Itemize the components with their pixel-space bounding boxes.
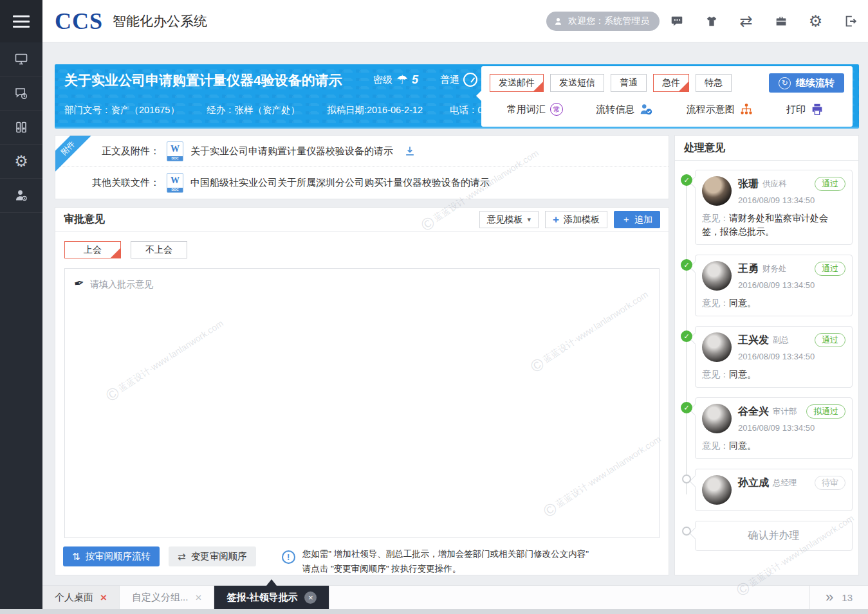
flow-info-label: 流转信息 [596, 104, 634, 116]
approval-comment: 意见：请财务处和监察审计处会签，报徐总批示。 [702, 212, 845, 239]
app-window: CCS 智能化办公系统 欢迎您：系统管理员 ⇄ ⚙ [0, 0, 868, 614]
approver-name: 孙立成 [738, 476, 769, 490]
attachment-row-main: 正文及附件： W 关于实业公司申请购置计量仪器校验设备的请示 [55, 136, 669, 167]
print-tool[interactable]: 打印 [786, 102, 824, 116]
message-icon[interactable] [669, 14, 684, 29]
status-badge: 拟通过 [806, 404, 845, 419]
status-badge: 通过 [815, 333, 845, 347]
close-icon[interactable]: × [195, 592, 201, 603]
approval-card: 审批意见 意见模板 ▾ + 添加模板 ＋ 追加 上会 不上会 [55, 207, 669, 575]
approval-date: 2016/08/09 13:34:50 [738, 280, 845, 290]
opinion-card[interactable]: 张珊 供应科 通过 2016/08/09 13:34:50 意见：请财务处和监察… [695, 170, 853, 245]
bottom-strip [0, 609, 868, 614]
plus-icon: + [553, 213, 559, 226]
sidebar-item-tools[interactable]: ⚙ [0, 145, 42, 179]
continue-flow-button[interactable]: ↻ 继续流转 [769, 73, 844, 93]
info-line2: 请点击 "变更审阅顺序" 按执行变更操作。 [302, 561, 589, 576]
check-circle-icon: ✓ [681, 402, 692, 413]
priority-extra-urgent-button[interactable]: 特急 [696, 74, 732, 92]
opinion-card[interactable]: 谷全兴 审计部 拟通过 2016/08/09 13:34:50 意见：同意。 [695, 397, 853, 459]
approval-comment: 意见：同意。 [702, 368, 845, 381]
opinion-card[interactable]: 孙立成 总经理 待审 [695, 469, 853, 511]
send-mail-label: 发送邮件 [499, 77, 535, 89]
status-badge: 通过 [815, 262, 845, 276]
send-sms-button[interactable]: 发送短信 [550, 74, 604, 92]
opinion-template-dropdown[interactable]: 意见模板 ▾ [479, 211, 539, 228]
word-doc-icon[interactable]: W [167, 173, 183, 193]
umbrella-icon: ☂ [396, 72, 408, 87]
download-icon[interactable] [403, 145, 416, 158]
switch-icon[interactable]: ⇄ [739, 14, 753, 29]
menu-icon[interactable] [0, 0, 42, 42]
continue-flow-label: 继续流转 [796, 77, 835, 89]
briefcase-icon[interactable] [773, 14, 788, 29]
meeting-yes-button[interactable]: 上会 [64, 241, 121, 258]
opinion-item: ✓ 谷全兴 审计部 拟通过 2016/08/09 13:34:50 [695, 397, 853, 459]
close-icon[interactable]: × [304, 591, 317, 604]
priority-extra-urgent-label: 特急 [705, 77, 723, 89]
attachment-label: 正文及附件： [81, 145, 160, 158]
chevron-double-right-icon[interactable]: » [826, 590, 833, 604]
tab-sign-report[interactable]: 签报-社领导批示 × [214, 586, 329, 609]
theme-icon[interactable] [704, 14, 719, 29]
status-badge: 通过 [815, 177, 845, 191]
tab-label: 自定义分组... [132, 591, 189, 604]
flow-by-order-button[interactable]: ⇅ 按审阅顺序流转 [63, 546, 160, 566]
settings-icon[interactable]: ⚙ [808, 14, 823, 29]
tab-custom-group[interactable]: 自定义分组... × [120, 586, 214, 609]
tab-label: 签报-社领导批示 [226, 591, 297, 604]
append-label: 追加 [634, 214, 652, 226]
opinion-card[interactable]: 王勇 财务处 通过 2016/08/09 13:34:50 意见：同意。 [695, 255, 853, 316]
approver-name: 谷全兴 [738, 405, 769, 419]
person-check-icon [639, 102, 653, 116]
check-circle-icon: ✓ [681, 330, 692, 342]
flow-info-tool[interactable]: 流转信息 [596, 102, 653, 116]
opinion-card[interactable]: 王兴发 副总 通过 2016/08/09 13:34:50 意见：同意。 [695, 326, 853, 388]
approver-name: 王兴发 [738, 334, 769, 347]
avatar [702, 404, 732, 433]
logout-icon[interactable] [843, 14, 858, 29]
final-step-label: 确认并办理 [702, 527, 845, 545]
meeting-no-button[interactable]: 不上会 [131, 241, 187, 258]
word-doc-icon[interactable]: W [167, 141, 183, 161]
user-icon [553, 16, 564, 27]
approval-comment: 意见：同意。 [702, 439, 845, 453]
add-template-label: 添加模板 [564, 214, 600, 226]
opinion-item: 孙立成 总经理 待审 [695, 469, 853, 511]
sidebar-item-desktop[interactable] [0, 42, 42, 77]
document-flags: 密级 ☂ 5 普通 [373, 72, 477, 87]
security-flag: 密级 ☂ 5 [373, 72, 418, 87]
approver-dept: 供应科 [762, 179, 787, 190]
opinion-input[interactable]: ✒ 请填入批示意见 [64, 268, 660, 538]
avatar [702, 332, 732, 362]
avatar [702, 475, 732, 505]
welcome-user-pill[interactable]: 欢迎您：系统管理员 [546, 12, 660, 31]
opinion-item: ✓ 王勇 财务处 通过 2016/08/09 13:34:50 [695, 255, 853, 316]
priority-urgent-button[interactable]: 急件 [653, 74, 689, 92]
sidebar-item-archive[interactable] [0, 111, 42, 145]
attachment-file-link[interactable]: 中国船级社实业公司关于所属深圳分公司购买计量仪器校验设备的请示 [190, 177, 490, 189]
attachment-file-link[interactable]: 关于实业公司申请购置计量仪器校验设备的请示 [190, 145, 393, 158]
final-step-card[interactable]: 确认并办理 [695, 521, 853, 551]
sidebar-item-user-admin[interactable] [0, 179, 42, 213]
priority-normal-button[interactable]: 普通 [611, 74, 647, 92]
approval-date: 2016/08/09 13:34:50 [738, 423, 845, 433]
change-order-button[interactable]: ⇄ 变更审阅顺序 [169, 546, 256, 566]
tab-personal-desktop[interactable]: 个人桌面 × [42, 586, 120, 609]
send-sms-label: 发送短信 [559, 77, 595, 89]
welcome-text: 欢迎您：系统管理员 [568, 15, 649, 27]
attachment-row-related: 其他关联文件： W 中国船级社实业公司关于所属深圳分公司购买计量仪器校验设备的请… [55, 167, 669, 199]
approver-dept: 审计部 [773, 406, 797, 417]
add-template-button[interactable]: + 添加模板 [545, 211, 607, 228]
org-chart-icon [739, 102, 753, 116]
append-button[interactable]: ＋ 追加 [614, 211, 660, 228]
checked-corner-icon [533, 82, 543, 91]
meeting-no-label: 不上会 [145, 244, 172, 256]
flow-chart-tool[interactable]: 流程示意图 [687, 102, 753, 116]
common-words-tool[interactable]: 常用词汇 常 [507, 103, 563, 116]
approver-dept: 副总 [773, 335, 789, 346]
close-icon[interactable]: × [100, 592, 107, 603]
send-mail-button[interactable]: 发送邮件 [490, 74, 544, 92]
approver-dept: 总经理 [773, 478, 797, 489]
sidebar-item-messages[interactable] [0, 77, 42, 111]
